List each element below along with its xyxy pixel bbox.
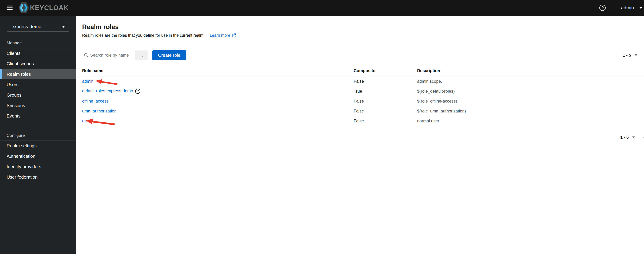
sidebar-item-users[interactable]: Users <box>0 79 76 90</box>
caret-down-icon <box>634 54 637 56</box>
keycloak-logo-icon <box>18 2 29 13</box>
table-row: uma_authorization False ${role_uma_autho… <box>76 106 644 116</box>
question-glyph: ? <box>137 89 139 93</box>
brand-text: KEYCLOAK <box>30 4 68 12</box>
layout: express-demo Manage Clients Client scope… <box>0 16 644 254</box>
role-link-uma-authorization[interactable]: uma_authorization <box>82 109 116 113</box>
description-cell: ${role_default-roles} <box>417 86 644 96</box>
search-icon <box>84 50 88 60</box>
pagination-bottom: 1 - 5 ‹ <box>76 135 644 140</box>
table-row: admin False admin scope. <box>76 76 644 86</box>
page-description-row: Realm roles are the roles that you defin… <box>82 33 637 38</box>
search-submit-button[interactable]: → <box>135 50 148 60</box>
page-description: Realm roles are the roles that you defin… <box>82 33 204 38</box>
description-cell: admin scope. <box>417 76 644 86</box>
pagination-top[interactable]: 1 - 5 <box>623 53 637 58</box>
role-link-offline-access[interactable]: offline_access <box>82 99 109 103</box>
description-cell: ${role_uma_authorization} <box>417 106 644 116</box>
table-header-row: Role name Composite Description <box>76 65 644 76</box>
question-glyph: ? <box>601 5 604 10</box>
pagination-bottom-toggle[interactable]: 1 - 5 <box>620 135 635 140</box>
role-link-admin[interactable]: admin <box>82 79 94 84</box>
realm-selector-label: express-demo <box>12 24 41 29</box>
nav-section-configure: Configure Realm settings Authentication … <box>0 129 76 182</box>
column-header-composite: Composite <box>354 65 417 76</box>
learn-more-label: Learn more <box>210 33 230 38</box>
question-circle-icon[interactable]: ? <box>135 89 140 94</box>
learn-more-link[interactable]: Learn more <box>210 33 236 38</box>
sidebar-item-realm-settings[interactable]: Realm settings <box>0 140 76 151</box>
hamburger-icon <box>7 7 12 8</box>
pagination-range: 1 - 5 <box>620 135 629 140</box>
page-title: Realm roles <box>82 23 637 31</box>
composite-cell: False <box>354 96 417 106</box>
angle-left-icon[interactable]: ‹ <box>643 135 644 140</box>
pagination-range: 1 - 5 <box>623 53 631 58</box>
hamburger-icon <box>7 5 12 6</box>
user-menu[interactable]: admin <box>621 5 642 11</box>
table-row: default-roles-express-demo? True ${role_… <box>76 86 644 96</box>
keycloak-logo: KEYCLOAK <box>18 2 68 13</box>
search-input[interactable] <box>82 50 135 60</box>
search-group: → <box>82 50 148 60</box>
table-row: offline_access False ${role_offline-acce… <box>76 96 644 106</box>
column-header-description: Description <box>417 65 644 76</box>
description-cell: normal user <box>417 116 644 126</box>
external-link-icon <box>232 33 236 38</box>
column-header-role-name: Role name <box>76 65 354 76</box>
help-icon[interactable]: ? <box>599 5 606 11</box>
nav-section-title: Configure <box>0 129 76 140</box>
composite-cell: False <box>354 106 417 116</box>
role-link-user[interactable]: user <box>82 119 90 123</box>
sidebar-item-realm-roles[interactable]: Realm roles <box>0 69 76 79</box>
toolbar: → Create role 1 - 5 <box>76 45 644 65</box>
sidebar-item-events[interactable]: Events <box>0 111 76 121</box>
create-role-button[interactable]: Create role <box>152 50 186 60</box>
search-input-wrap <box>82 50 135 60</box>
table-row: user False normal user <box>76 116 644 126</box>
realm-selector[interactable]: express-demo <box>7 22 69 32</box>
arrow-right-icon: → <box>138 52 144 58</box>
nav-toggle-button[interactable] <box>7 5 12 10</box>
caret-down-icon <box>632 136 635 138</box>
sidebar: express-demo Manage Clients Client scope… <box>0 16 76 254</box>
realm-selector-section: express-demo <box>0 16 76 36</box>
nav-section-title: Manage <box>0 36 76 48</box>
sidebar-item-groups[interactable]: Groups <box>0 90 76 100</box>
sidebar-item-user-federation[interactable]: User federation <box>0 172 76 182</box>
nav-section-manage: Manage Clients Client scopes Realm roles… <box>0 36 76 121</box>
masthead: KEYCLOAK ? admin <box>0 0 644 16</box>
sidebar-item-clients[interactable]: Clients <box>0 48 76 58</box>
user-menu-label: admin <box>621 5 634 11</box>
composite-cell: True <box>354 86 417 96</box>
role-link-default-roles[interactable]: default-roles-express-demo <box>82 88 133 93</box>
caret-down-icon <box>639 7 642 9</box>
composite-cell: False <box>354 76 417 86</box>
sidebar-item-client-scopes[interactable]: Client scopes <box>0 58 76 69</box>
hamburger-icon <box>7 9 12 10</box>
composite-cell: False <box>354 116 417 126</box>
sidebar-item-identity-providers[interactable]: Identity providers <box>0 161 76 172</box>
main-content: Realm roles Realm roles are the roles th… <box>76 16 644 254</box>
sidebar-item-sessions[interactable]: Sessions <box>0 100 76 111</box>
caret-down-icon <box>62 26 65 28</box>
description-cell: ${role_offline-access} <box>417 96 644 106</box>
realm-roles-table: Role name Composite Description admin Fa… <box>76 65 644 126</box>
page-header: Realm roles Realm roles are the roles th… <box>76 16 644 45</box>
sidebar-item-authentication[interactable]: Authentication <box>0 151 76 161</box>
